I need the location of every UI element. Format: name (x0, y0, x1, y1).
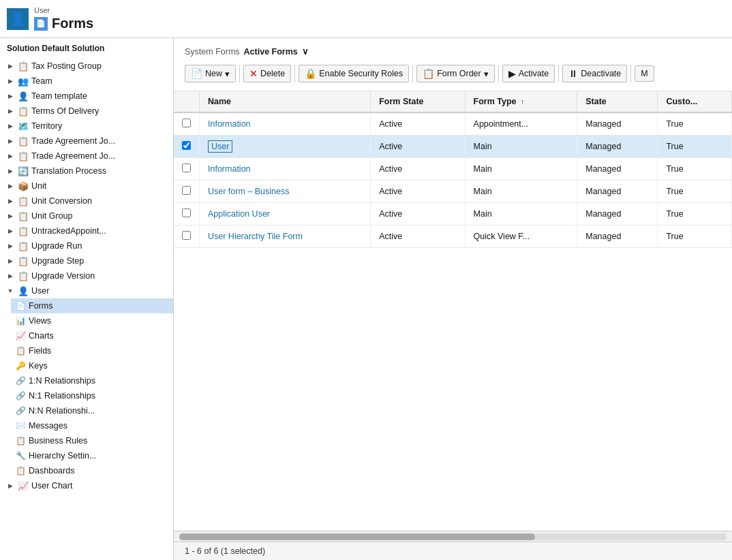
activate-label: Activate (519, 69, 549, 78)
enable-security-label: Enable Security Roles (319, 69, 403, 78)
sidebar-item-unit-conversion[interactable]: ▶ 📋 Unit Conversion (0, 193, 173, 208)
td-checkbox-row2[interactable] (174, 136, 200, 158)
sidebar-item-upgrade-version[interactable]: ▶ 📋 Upgrade Version (0, 268, 173, 283)
sidebar-item-team[interactable]: ▶ 👥 Team (0, 74, 173, 89)
link-application-user[interactable]: Application User (208, 209, 270, 219)
toolbar: 📄 New ▾ ✕ Delete 🔒 Enable Security Roles… (185, 62, 721, 85)
sidebar-child-charts[interactable]: 📈 Charts (11, 328, 173, 343)
td-form-type-row3: Main (465, 158, 577, 181)
expand-arrow: ▶ (5, 91, 15, 101)
deactivate-icon: ⏸ (568, 68, 578, 79)
th-checkbox (174, 91, 200, 112)
sidebar-child-dashboards[interactable]: 📋 Dashboards (11, 463, 173, 478)
views-label: Views (29, 316, 51, 326)
horizontal-scrollbar[interactable] (174, 531, 732, 542)
sidebar-child-n1-relationships[interactable]: 🔗 N:1 Relationships (11, 388, 173, 403)
th-name: Name (200, 91, 371, 112)
forms-icon: 📄 (34, 17, 48, 31)
fields-icon: 📋 (15, 345, 26, 356)
user-icon: 👤 (7, 8, 29, 30)
link-user[interactable]: User (208, 140, 232, 153)
nn-rel-icon: 🔗 (15, 405, 26, 416)
sidebar-item-user-chart[interactable]: ▶ 📈 User Chart (0, 478, 173, 493)
activate-button[interactable]: ▶ Activate (502, 65, 555, 82)
sidebar-child-forms[interactable]: 📄 Forms (11, 298, 173, 313)
td-checkbox-row6[interactable] (174, 225, 200, 248)
sidebar-item-tax-posting-group[interactable]: ▶ 📋 Tax Posting Group (0, 59, 173, 74)
sidebar-item-unit[interactable]: ▶ 📦 Unit (0, 178, 173, 193)
sidebar-label: Trade Agreement Jo... (31, 136, 169, 146)
delete-button[interactable]: ✕ Delete (243, 65, 291, 82)
form-order-button[interactable]: 📋 Form Order ▾ (416, 65, 495, 82)
link-information-1[interactable]: Information (208, 119, 251, 129)
link-user-hierarchy-tile[interactable]: User Hierarchy Tile Form (208, 232, 303, 241)
sidebar-child-nn-relationships[interactable]: 🔗 N:N Relationshi... (11, 403, 173, 418)
link-user-form-business[interactable]: User form – Business (208, 187, 289, 196)
scrollbar-thumb[interactable] (179, 533, 535, 540)
enable-security-roles-button[interactable]: 🔒 Enable Security Roles (299, 65, 409, 82)
checkbox-row6[interactable] (182, 231, 191, 240)
sidebar-child-views[interactable]: 📊 Views (11, 313, 173, 328)
dropdown-arrow[interactable]: ∨ (302, 47, 309, 57)
sidebar-child-keys[interactable]: 🔑 Keys (11, 358, 173, 373)
checkbox-row1[interactable] (182, 119, 191, 127)
td-name-row5: Application User (200, 203, 371, 225)
checkbox-row2[interactable] (182, 141, 191, 150)
td-checkbox-row1[interactable] (174, 112, 200, 136)
sidebar-child-business-rules[interactable]: 📋 Business Rules (11, 433, 173, 448)
n1-rel-icon: 🔗 (15, 390, 26, 401)
td-form-state-row3: Active (371, 158, 465, 181)
sidebar-label: Team (31, 76, 169, 86)
messages-icon: ✉️ (15, 420, 26, 431)
td-checkbox-row3[interactable] (174, 158, 200, 181)
checkbox-row5[interactable] (182, 208, 191, 217)
checkbox-row4[interactable] (182, 186, 191, 195)
sidebar-item-unit-group[interactable]: ▶ 📋 Unit Group (0, 208, 173, 223)
sidebar-item-trade-agreement-jo2[interactable]: ▶ 📋 Trade Agreement Jo... (0, 149, 173, 164)
unit-group-icon: 📋 (18, 211, 29, 221)
td-form-state-row6: Active (371, 225, 465, 248)
td-customizable-row4: True (658, 181, 732, 203)
td-checkbox-row5[interactable] (174, 203, 200, 225)
sidebar-label: Unit (31, 181, 169, 191)
sidebar-child-1n-relationships[interactable]: 🔗 1:N Relationships (11, 373, 173, 388)
sidebar-item-team-template[interactable]: ▶ 👤 Team template (0, 89, 173, 104)
sidebar-item-translation-process[interactable]: ▶ 🔄 Translation Process (0, 164, 173, 178)
expand-arrow: ▶ (5, 136, 15, 146)
user-children: 📄 Forms 📊 Views 📈 Charts 📋 Fields 🔑 Keys… (0, 298, 173, 478)
territory-icon: 🗺️ (18, 121, 29, 131)
sidebar-item-untracked[interactable]: ▶ 📋 UntrackedAppoint... (0, 223, 173, 238)
new-icon: 📄 (191, 68, 202, 79)
sidebar-child-fields[interactable]: 📋 Fields (11, 343, 173, 358)
checkbox-row3[interactable] (182, 164, 191, 172)
scrollbar-track[interactable] (179, 533, 727, 540)
sidebar-item-upgrade-step[interactable]: ▶ 📋 Upgrade Step (0, 253, 173, 268)
td-name-row2: User (200, 136, 371, 158)
n1-rel-label: N:1 Relationships (29, 391, 95, 401)
views-icon: 📊 (15, 315, 26, 326)
sidebar-item-trade-agreement-jo1[interactable]: ▶ 📋 Trade Agreement Jo... (0, 134, 173, 149)
td-checkbox-row4[interactable] (174, 181, 200, 203)
more-button[interactable]: M (635, 65, 654, 82)
1n-rel-label: 1:N Relationships (29, 376, 95, 386)
sidebar-item-upgrade-run[interactable]: ▶ 📋 Upgrade Run (0, 238, 173, 253)
content-header: System Forms Active Forms ∨ 📄 New ▾ ✕ De… (174, 38, 732, 91)
link-information-2[interactable]: Information (208, 164, 251, 174)
td-form-type-row2: Main (465, 136, 577, 158)
sidebar-label: Terms Of Delivery (31, 106, 169, 116)
td-state-row5: Managed (577, 203, 658, 225)
new-dropdown-arrow: ▾ (225, 69, 230, 79)
deactivate-label: Deactivate (581, 69, 621, 78)
sidebar-item-territory[interactable]: ▶ 🗺️ Territory (0, 119, 173, 134)
sidebar-label: Unit Group (31, 211, 169, 221)
sidebar-child-messages[interactable]: ✉️ Messages (11, 418, 173, 433)
sidebar-child-hierarchy-settings[interactable]: 🔧 Hierarchy Settin... (11, 448, 173, 463)
td-form-state-row5: Active (371, 203, 465, 225)
team-template-icon: 👤 (18, 91, 29, 102)
sidebar-item-user[interactable]: ▼ 👤 User (0, 283, 173, 298)
th-form-type[interactable]: Form Type ↑ (465, 91, 577, 112)
sidebar-label: Trade Agreement Jo... (31, 151, 169, 161)
new-button[interactable]: 📄 New ▾ (185, 65, 236, 82)
deactivate-button[interactable]: ⏸ Deactivate (562, 65, 627, 82)
sidebar-item-terms-of-delivery[interactable]: ▶ 📋 Terms Of Delivery (0, 104, 173, 119)
